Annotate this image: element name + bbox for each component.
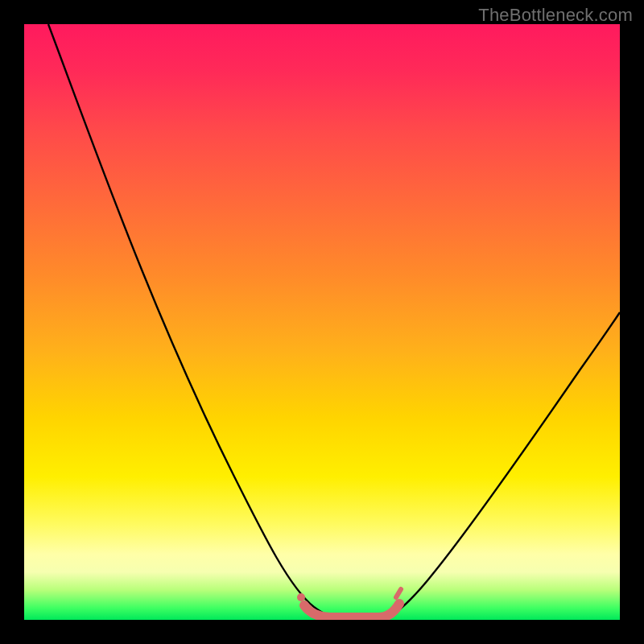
curve-layer <box>24 24 620 620</box>
valley-accent-tick <box>396 589 401 597</box>
right-branch-curve <box>385 312 620 618</box>
chart-frame: TheBottleneck.com <box>0 0 644 644</box>
watermark-text: TheBottleneck.com <box>478 5 633 26</box>
plot-area <box>24 24 620 620</box>
left-branch-curve <box>48 24 336 618</box>
valley-accent-stroke <box>304 604 399 617</box>
valley-accent-dot <box>297 593 305 601</box>
